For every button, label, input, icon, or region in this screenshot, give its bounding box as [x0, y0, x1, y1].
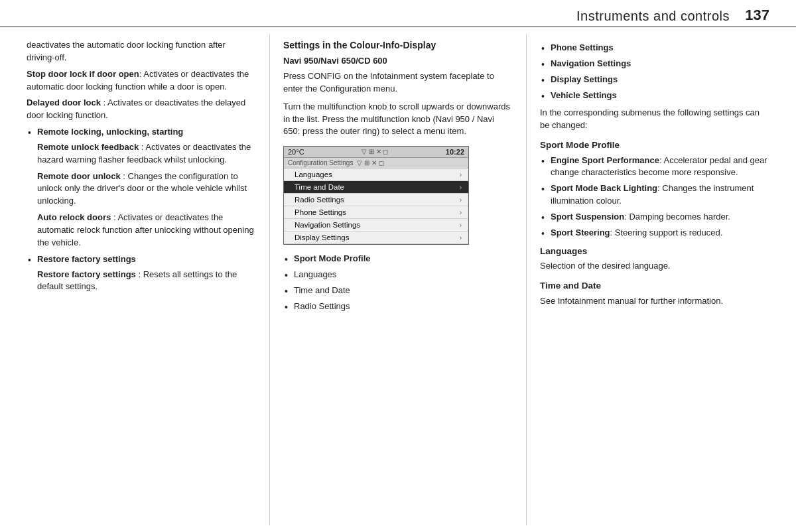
intro-bullets-list: Phone SettingsNavigation SettingsDisplay…	[540, 42, 769, 101]
list-item: Sport Mode Profile	[283, 253, 513, 265]
chevron-right-icon: ›	[460, 222, 462, 229]
list-item: Phone Settings	[540, 42, 769, 54]
page-container: Instruments and controls 137 deactivates…	[0, 0, 796, 532]
bullet-text: Time and Date	[294, 285, 350, 295]
sport-mode-heading: Sport Mode Profile	[540, 139, 769, 152]
screen-row[interactable]: Radio Settings›	[284, 194, 468, 206]
bullet-text: Navigation Settings	[551, 58, 631, 68]
remote-unlock-para: Remote unlock feedback : Activates or de…	[37, 141, 256, 166]
bullet-text: Phone Settings	[551, 42, 614, 52]
list-item: Vehicle Settings	[540, 90, 769, 102]
page-header: Instruments and controls 137	[0, 0, 796, 27]
auto-relock-para: Auto relock doors : Activates or deactiv…	[37, 212, 256, 249]
list-item: Navigation Settings	[540, 58, 769, 70]
restore-label: Restore factory settings	[37, 269, 136, 279]
middle-para2: Turn the multifunction knob to scroll up…	[283, 101, 513, 139]
list-item: Time and Date	[283, 285, 513, 297]
bullet-text: Vehicle Settings	[551, 90, 617, 100]
list-item: Languages	[283, 269, 513, 281]
chevron-right-icon: ›	[460, 234, 462, 241]
delayed-para: Delayed door lock : Activates or deactiv…	[27, 97, 256, 122]
bullet-text: Radio Settings	[294, 301, 350, 311]
bullet2-bold: Restore factory settings	[37, 254, 136, 264]
header-title: Instruments and controls	[576, 9, 730, 24]
sport-bullet-label: Sport Mode Back Lighting	[551, 183, 657, 193]
languages-heading: Languages	[540, 245, 769, 258]
bullet-text: Sport Mode Profile	[294, 253, 371, 263]
col-middle: Settings in the Colour-Info-Display Navi…	[270, 34, 527, 525]
chevron-right-icon: ›	[460, 209, 462, 216]
screen-temp: 20°C	[288, 148, 304, 156]
screen-row-label: Navigation Settings	[295, 221, 360, 229]
right-intro-text: In the corresponding submenus the follow…	[540, 107, 769, 132]
intro-text: deactivates the automatic door locking f…	[27, 39, 256, 64]
col-left: deactivates the automatic door locking f…	[0, 34, 270, 525]
screen-topbar: 20°C ▽ ⊞ ✕ ◻ 10:22	[284, 147, 468, 158]
bullet-text: Languages	[294, 269, 336, 279]
stop-door-label: Stop door lock if door open	[27, 69, 139, 79]
middle-heading: Settings in the Colour-Info-Display	[283, 39, 513, 51]
page-number: 137	[743, 7, 769, 24]
sport-bullet-label: Sport Suspension	[551, 212, 624, 222]
sport-bullet-text: : Steering support is reduced.	[610, 228, 723, 237]
list-item: Engine Sport Performance: Accelerator pe…	[540, 155, 769, 180]
restore-para: Restore factory settings : Resets all se…	[37, 269, 256, 294]
screen-row-label: Radio Settings	[295, 196, 344, 204]
screen-row[interactable]: Display Settings›	[284, 232, 468, 244]
sport-bullet-label: Engine Sport Performance	[551, 155, 659, 165]
screen-row[interactable]: Navigation Settings›	[284, 219, 468, 232]
screen-row[interactable]: Phone Settings›	[284, 206, 468, 219]
screen-row-label: Display Settings	[295, 233, 349, 241]
sport-bullets-list: Engine Sport Performance: Accelerator pe…	[540, 155, 769, 239]
screen-row[interactable]: Languages›	[284, 168, 468, 181]
screen-icons: ▽ ⊞ ✕ ◻	[362, 148, 388, 156]
screen-row-label: Phone Settings	[295, 208, 346, 216]
time-text: See Infotainment manual for further info…	[540, 295, 769, 308]
screen-rows: Languages›Time and Date›Radio Settings›P…	[284, 168, 468, 244]
screen-row-label: Languages	[295, 170, 332, 178]
list-item: Sport Steering: Steering support is redu…	[540, 227, 769, 239]
remote-door-label: Remote door unlock	[37, 171, 121, 181]
remote-door-para: Remote door unlock : Changes the configu…	[37, 170, 256, 208]
auto-relock-label: Auto relock doors	[37, 212, 111, 222]
screen-subtitle: Configuration Settings ▽ ⊞ ✕ ◻	[284, 158, 468, 168]
navi-heading: Navi 950/Navi 650/CD 600	[283, 55, 513, 68]
bullet-restore: Restore factory settings Restore factory…	[27, 253, 256, 294]
list-item: Sport Mode Back Lighting: Changes the in…	[540, 182, 769, 208]
languages-text: Selection of the desired language.	[540, 260, 769, 273]
delayed-label: Delayed door lock	[27, 98, 101, 107]
screen-mockup: 20°C ▽ ⊞ ✕ ◻ 10:22 Configuration Setting…	[283, 146, 469, 245]
bullet1-bold: Remote locking, unlocking, starting	[37, 127, 183, 137]
chevron-right-icon: ›	[460, 184, 462, 191]
remote-unlock-label: Remote unlock feedback	[37, 142, 139, 152]
list-item: Display Settings	[540, 74, 769, 86]
list-item: Sport Suspension: Damping becomes harder…	[540, 211, 769, 224]
stop-door-para: Stop door lock if door open: Activates o…	[27, 68, 256, 94]
middle-para1: Press CONFIG on the Infotainment system …	[283, 70, 513, 96]
chevron-right-icon: ›	[460, 171, 462, 178]
screen-subtitle-icons: ▽ ⊞ ✕ ◻	[357, 159, 383, 166]
sport-bullet-text: : Damping becomes harder.	[624, 212, 730, 222]
screen-row-label: Time and Date	[295, 183, 344, 191]
bullet-text: Display Settings	[551, 74, 618, 84]
columns: deactivates the automatic door locking f…	[0, 27, 796, 532]
screen-row[interactable]: Time and Date›	[284, 181, 468, 194]
col-right: Phone SettingsNavigation SettingsDisplay…	[527, 34, 796, 525]
remote-locking-list: Remote locking, unlocking, starting Remo…	[27, 126, 256, 293]
sport-bullet-label: Sport Steering	[551, 228, 610, 237]
list-item: Radio Settings	[283, 300, 513, 313]
chevron-right-icon: ›	[460, 196, 462, 204]
screen-time: 10:22	[446, 148, 464, 156]
bullet-remote-locking: Remote locking, unlocking, starting Remo…	[27, 126, 256, 249]
time-heading: Time and Date	[540, 279, 769, 293]
middle-bullets-list: Sport Mode ProfileLanguagesTime and Date…	[283, 253, 513, 312]
screen-subtitle-text: Configuration Settings	[288, 159, 353, 166]
